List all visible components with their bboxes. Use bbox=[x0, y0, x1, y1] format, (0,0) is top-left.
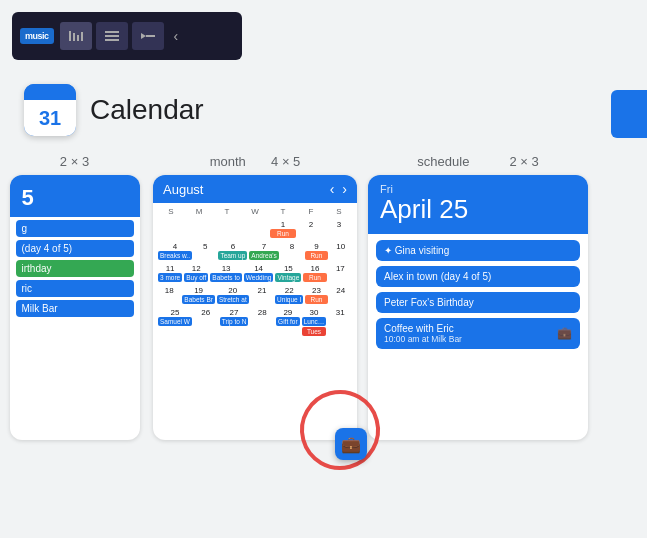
calendar-icon: 31 bbox=[24, 84, 76, 136]
music-back-arrow[interactable]: ‹ bbox=[174, 28, 179, 44]
event-run2: Run bbox=[305, 251, 327, 260]
day-cell[interactable] bbox=[241, 219, 269, 240]
day-6[interactable]: 6Team up bbox=[217, 241, 248, 262]
widget-month-size-label: 4 × 5 bbox=[271, 154, 300, 169]
event-andreas: Andrea's bbox=[249, 251, 278, 260]
day-22[interactable]: 22Unique I bbox=[274, 285, 304, 306]
day-28[interactable]: 28 bbox=[249, 307, 275, 338]
day-cell[interactable] bbox=[157, 219, 185, 240]
day-19[interactable]: 19Babets Br bbox=[181, 285, 216, 306]
widget-schedule-card[interactable]: Fri April 25 ✦ Gina visiting Alex in tow… bbox=[368, 175, 588, 440]
month-nav[interactable]: ‹ › bbox=[330, 181, 347, 197]
day-16[interactable]: 16Run bbox=[302, 263, 327, 284]
day-5[interactable]: 5 bbox=[193, 241, 217, 262]
event-babets: Babets to bbox=[210, 273, 241, 282]
sched-event-3-label: Peter Fox's Birthday bbox=[384, 297, 572, 308]
day-23[interactable]: 23Run bbox=[304, 285, 328, 306]
left-card-header: 5 bbox=[10, 175, 140, 217]
day-31[interactable]: 31 bbox=[327, 307, 353, 338]
cal-icon-top bbox=[24, 84, 76, 100]
calendar-header: 31 Calendar bbox=[24, 84, 647, 136]
month-week-5: 25Samuel W 26 27Trip to N 28 29Gift for … bbox=[157, 307, 353, 338]
event-samuel: Samuel W bbox=[158, 317, 192, 326]
event-buyoff: Buy off bbox=[184, 273, 208, 282]
event-trip: Trip to N bbox=[220, 317, 249, 326]
dow-t1: T bbox=[213, 205, 241, 218]
sched-event-4-sub: 10:00 am at Milk Bar bbox=[384, 334, 557, 344]
widgets-row: 2 × 3 5 g (day 4 of 5) irthday ric Milk … bbox=[0, 154, 647, 484]
day-7[interactable]: 7Andrea's bbox=[248, 241, 279, 262]
day-9[interactable]: 9Run bbox=[304, 241, 328, 262]
sched-event-2-label: Alex in town (day 4 of 5) bbox=[384, 271, 572, 282]
day-25[interactable]: 25Samuel W bbox=[157, 307, 193, 338]
dow-t2: T bbox=[269, 205, 297, 218]
day-24[interactable]: 24 bbox=[329, 285, 353, 306]
music-btn-bars1[interactable] bbox=[60, 22, 92, 50]
day-14[interactable]: 14Wedding bbox=[243, 263, 275, 284]
day-1[interactable]: 1Run bbox=[269, 219, 297, 240]
widget-left: 2 × 3 5 g (day 4 of 5) irthday ric Milk … bbox=[0, 154, 145, 484]
sched-event-4[interactable]: Coffee with Eric 10:00 am at Milk Bar 💼 bbox=[376, 318, 580, 349]
event-tues: Tues bbox=[302, 327, 327, 336]
day-15[interactable]: 15Vintage bbox=[274, 263, 302, 284]
sched-event-4-label: Coffee with Eric bbox=[384, 323, 557, 334]
day-21[interactable]: 21 bbox=[250, 285, 274, 306]
day-4[interactable]: 4Breaks w.. bbox=[157, 241, 193, 262]
briefcase-icon: 💼 bbox=[341, 435, 361, 454]
music-btn-shuffle[interactable] bbox=[132, 22, 164, 50]
day-29[interactable]: 29Gift for bbox=[275, 307, 301, 338]
widget-month-label: month 4 × 5 bbox=[210, 154, 301, 169]
day-18[interactable]: 18 bbox=[157, 285, 181, 306]
day-27[interactable]: 27Trip to N bbox=[219, 307, 250, 338]
event-teamup: Team up bbox=[218, 251, 247, 260]
widget-schedule-type: schedule bbox=[417, 154, 469, 169]
svg-rect-4 bbox=[105, 31, 119, 33]
sched-event-2[interactable]: Alex in town (day 4 of 5) bbox=[376, 266, 580, 287]
widget-left-card[interactable]: 5 g (day 4 of 5) irthday ric Milk Bar bbox=[10, 175, 140, 440]
svg-rect-6 bbox=[105, 39, 119, 41]
day-8[interactable]: 8 bbox=[280, 241, 304, 262]
left-event-1: g bbox=[16, 220, 134, 237]
month-next[interactable]: › bbox=[342, 181, 347, 197]
day-20[interactable]: 20Stretch at bbox=[216, 285, 250, 306]
day-13[interactable]: 13Babets to bbox=[209, 263, 242, 284]
event-3more: 3 more bbox=[158, 273, 182, 282]
schedule-header: Fri April 25 bbox=[368, 175, 588, 234]
sched-event-1-label: ✦ Gina visiting bbox=[384, 245, 572, 256]
dow-f: F bbox=[297, 205, 325, 218]
music-logo: music bbox=[20, 28, 54, 44]
music-btn-list[interactable] bbox=[96, 22, 128, 50]
day-2[interactable]: 2 bbox=[297, 219, 325, 240]
day-cell[interactable] bbox=[185, 219, 213, 240]
sched-event-3[interactable]: Peter Fox's Birthday bbox=[376, 292, 580, 313]
day-cell[interactable] bbox=[213, 219, 241, 240]
sched-event-1[interactable]: ✦ Gina visiting bbox=[376, 240, 580, 261]
day-26[interactable]: 26 bbox=[193, 307, 219, 338]
sched-date: April 25 bbox=[380, 195, 576, 224]
top-right-button[interactable] bbox=[611, 90, 647, 138]
day-10[interactable]: 10 bbox=[329, 241, 353, 262]
month-week-4: 18 19Babets Br 20Stretch at 21 22Unique … bbox=[157, 285, 353, 306]
day-17[interactable]: 17 bbox=[328, 263, 353, 284]
event-breaks: Breaks w.. bbox=[158, 251, 192, 260]
dow-w: W bbox=[241, 205, 269, 218]
day-11[interactable]: 113 more bbox=[157, 263, 183, 284]
cal-icon-number: 31 bbox=[24, 100, 76, 136]
month-prev[interactable]: ‹ bbox=[330, 181, 335, 197]
widget-month-card[interactable]: August ‹ › S M T W T F S bbox=[153, 175, 357, 440]
widget-schedule: schedule 2 × 3 Fri April 25 ✦ Gina visit… bbox=[365, 154, 595, 484]
dow-s1: S bbox=[157, 205, 185, 218]
event-vintage: Vintage bbox=[275, 273, 301, 282]
widget-left-label: 2 × 3 bbox=[60, 154, 89, 169]
day-3[interactable]: 3 bbox=[325, 219, 353, 240]
month-name: August bbox=[163, 182, 203, 197]
svg-rect-1 bbox=[73, 33, 75, 41]
event-run4: Run bbox=[305, 295, 327, 304]
day-12[interactable]: 12Buy off bbox=[183, 263, 209, 284]
day-30[interactable]: 30Lunc…Tues bbox=[301, 307, 328, 338]
svg-rect-2 bbox=[77, 35, 79, 41]
svg-rect-5 bbox=[105, 35, 119, 37]
month-week-1: 1Run 2 3 bbox=[157, 219, 353, 240]
event-gift: Gift for bbox=[276, 317, 300, 326]
left-event-5: Milk Bar bbox=[16, 300, 134, 317]
